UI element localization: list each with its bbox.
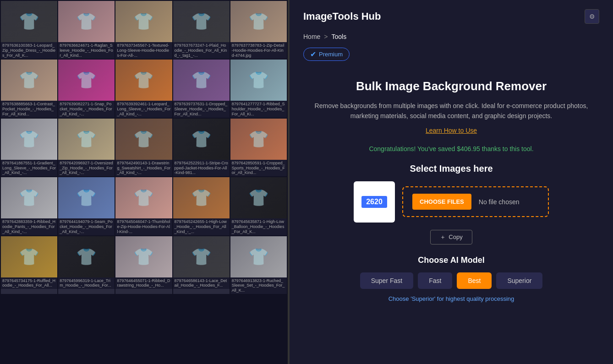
model-buttons: Super FastFastBestSuperior [303,272,599,289]
model-button-super-fast[interactable]: Super Fast [360,272,413,289]
image-cell[interactable]: 👕8797636624671-1-Raglan_Sleeve_Hoodie_-_… [58,1,115,59]
image-label: 8797642490143-1-Drawstring_Sweatshirt_-_… [115,160,172,176]
image-label: 8797639737631-1-Dropped_Sleeve_Hoodie_-_… [173,101,230,117]
select-images-title: Select Images here [303,163,599,174]
image-label: 8797641277727-1-Ribbed_Shoulder_Hoodie_-… [230,101,287,117]
image-label: 8797645242655-1-High-Low_Hoodie_-_Hoodie… [173,218,230,235]
image-cell[interactable]: 👕8797642522911-1-Stripe-Cropped-Jacket-H… [173,119,230,176]
choose-files-button[interactable]: CHOOSE FILES [412,194,471,210]
image-cell[interactable]: 👕8797638885663-1-Contrast_Pocket_Hoodie_… [1,60,57,117]
image-cell[interactable]: 👕8797637673247-1-Plaid_Hoodie_-_Hoodies_… [173,1,230,59]
plus-icon: ＋ [440,233,446,241]
image-cell[interactable]: 👕8797645734175-1-Ruffled_Hoodie_-_Hoodie… [1,236,57,294]
tool-title: Bulk Image Background Remover [303,79,599,93]
image-label: 8797645734175-1-Ruffled_Hoodie_-_Hoodies… [1,277,57,289]
image-label: 8797639392461-1-Leopard_Long_Sleeve_-_Ho… [115,101,172,117]
image-gallery-panel: 👕8797636100383-1-Leopard_Zip_Hoodie_Dres… [0,0,288,364]
image-cell[interactable]: 👕8797642490143-1-Drawstring_Sweatshirt_-… [115,119,172,176]
savings-message: Congratulations! You've saved $406.95 th… [303,145,599,152]
breadcrumb-separator: > [324,33,328,40]
image-label: 8797646913823-1-Ruched_Sleeve_Set_-_Hood… [230,277,287,294]
breadcrumb-current: Tools [332,33,347,40]
premium-check-icon: ✔ [310,50,316,59]
image-label: 8797637345567-1-Textured-Long-Sleeve-Hoo… [115,42,172,59]
image-label: 8797639082271-1-Snap_Pocket_Hoodie_-_Hoo… [58,101,115,117]
image-label: 8797646455071-1-Ribbed_Drawstring_Hoodie… [115,277,172,289]
tool-panel: ImageTools Hub ⚙ Home > Tools ✔ Premium … [290,0,613,364]
model-button-best[interactable]: Best [457,272,492,289]
image-label: 8797642850591-1-Cropped_Sports_Hoodie_-_… [230,160,287,176]
image-cell[interactable]: 👕8797644194079-1-Seam_Pocket_Hoodie_-_Ho… [58,177,115,235]
image-cell[interactable]: 👕8797646455071-1-Ribbed_Drawstring_Hoodi… [115,236,172,294]
image-cell[interactable]: 👕8797645635871-1-High-Low_Balloon_Hoodie… [230,177,287,235]
image-label: 8797641867551-1-Gradient_Long_Sleeve_-_H… [1,160,57,176]
image-label: 8797638885663-1-Contrast_Pocket_Hoodie_-… [1,101,57,117]
image-label: 8797645996319-1-Lace_Trim_Hoodie_-_Hoodi… [58,277,115,289]
settings-button[interactable]: ⚙ [585,9,599,24]
image-cell[interactable]: 👕8797642850591-1-Cropped_Sports_Hoodie_-… [230,119,287,176]
top-bar: ImageTools Hub ⚙ [303,9,599,24]
image-label: 8797642522911-1-Stripe-Cropped-Jacket-Ho… [173,160,230,176]
image-label: 8797636624671-1-Raglan_Sleeve_Hoodie_-_H… [58,42,115,59]
image-grid: 👕8797636100383-1-Leopard_Zip_Hoodie_Dres… [0,0,288,295]
image-cell[interactable]: 👕8797639737631-1-Dropped_Sleeve_Hoodie_-… [173,60,230,117]
image-label: 8797642096927-1-Oversized_Zip_Hoodie_-_H… [58,160,115,176]
premium-badge: ✔ Premium [303,48,350,61]
image-cell[interactable]: 👕8797636100383-1-Leopard_Zip_Hoodie_Dres… [1,1,57,59]
image-count-box: 2620 [354,181,395,223]
breadcrumb: Home > Tools [303,33,599,40]
image-label: 8797636100383-1-Leopard_Zip_Hoodie_Dress… [1,42,57,59]
premium-label: Premium [319,51,343,58]
model-title: Choose AI Model [303,255,599,265]
copy-button[interactable]: ＋ Copy [430,230,472,244]
image-cell[interactable]: 👕8797646913823-1-Ruched_Sleeve_Set_-_Hoo… [230,236,287,294]
image-cell[interactable]: 👕8797641277727-1-Ribbed_Shoulder_Hoodie_… [230,60,287,117]
image-cell[interactable]: 👕8797645242655-1-High-Low_Hoodie_-_Hoodi… [173,177,230,235]
model-button-fast[interactable]: Fast [418,272,452,289]
image-cell[interactable]: 👕8797639082271-1-Snap_Pocket_Hoodie_-_Ho… [58,60,115,117]
copy-btn-row: ＋ Copy [303,230,599,244]
app-title: ImageTools Hub [303,11,381,22]
upload-section: 2620 CHOOSE FILES No file chosen [303,181,599,223]
image-cell[interactable]: 👕8797642883359-1-Ribbed_Hoodie_Pants_-_H… [1,177,57,235]
image-cell[interactable]: 👕8797646586143-1-Lace_Detail_Hoodie_-_Ho… [173,236,230,294]
image-label: 8797637738783-1-Zip-Detail-Hoodie-Hoodie… [230,42,287,59]
image-cell[interactable]: 👕8797641867551-1-Gradient_Long_Sleeve_-_… [1,119,57,176]
model-hint: Choose 'Superior' for highest quality pr… [303,295,599,302]
learn-how-link[interactable]: Learn How to Use [303,127,599,134]
copy-label: Copy [449,234,462,240]
image-cell[interactable]: 👕8797645046047-1-Thumbhole-Zip-Hoodie-Ho… [115,177,172,235]
image-label: 8797644194079-1-Seam_Pocket_Hoodie_-_Hoo… [58,218,115,235]
image-label: 8797645635871-1-High-Low_Balloon_Hoodie_… [230,218,287,235]
tool-description: Remove backgrounds from multiple images … [303,101,599,121]
image-cell[interactable]: 👕8797639392461-1-Leopard_Long_Sleeve_-_H… [115,60,172,117]
image-label: 8797642883359-1-Ribbed_Hoodie_Pants_-_Ho… [1,218,57,235]
model-button-superior[interactable]: Superior [496,272,542,289]
image-cell[interactable]: 👕8797645996319-1-Lace_Trim_Hoodie_-_Hood… [58,236,115,294]
image-label: 8797637673247-1-Plaid_Hoodie_-_Hoodies_F… [173,42,230,59]
image-cell[interactable]: 👕8797642096927-1-Oversized_Zip_Hoodie_-_… [58,119,115,176]
image-label: 8797645046047-1-Thumbhole-Zip-Hoodie-Hoo… [115,218,172,235]
image-count-badge: 2620 [361,196,387,208]
image-cell[interactable]: 👕8797637345567-1-Textured-Long-Sleeve-Ho… [115,1,172,59]
file-input-area[interactable]: CHOOSE FILES No file chosen [402,186,549,217]
breadcrumb-home[interactable]: Home [303,33,320,40]
image-label: 8797646586143-1-Lace_Detail_Hoodie_-_Hoo… [173,277,230,289]
image-cell[interactable]: 👕8797637738783-1-Zip-Detail-Hoodie-Hoodi… [230,1,287,59]
no-file-text: No file chosen [471,198,539,206]
